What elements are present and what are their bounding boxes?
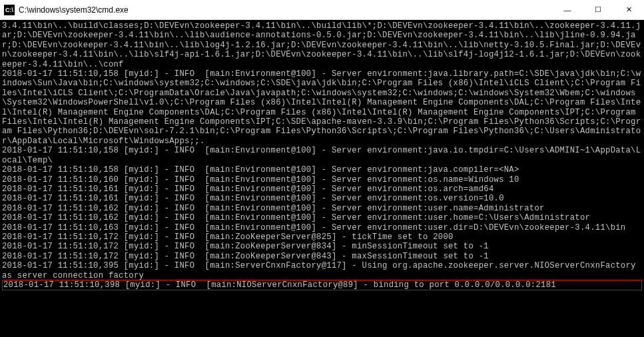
console-log-pre: 3.4.11\bin\..\build\classes;D:\DEVEvn\zo…: [2, 21, 641, 280]
highlighted-log-line: 2018-01-17 11:51:10,398 [myid:] - INFO […: [2, 280, 642, 290]
terminal-output[interactable]: 3.4.11\bin\..\build\classes;D:\DEVEvn\zo…: [0, 20, 644, 337]
minimize-button[interactable]: —: [552, 0, 583, 20]
close-button[interactable]: ✕: [613, 0, 644, 20]
maximize-button[interactable]: ☐: [583, 0, 613, 20]
window-titlebar: C:\ C:\windows\system32\cmd.exe — ☐ ✕: [0, 0, 644, 20]
window-controls: — ☐ ✕: [552, 0, 644, 20]
cmd-icon: C:\: [4, 5, 15, 15]
window-title: C:\windows\system32\cmd.exe: [19, 5, 552, 15]
